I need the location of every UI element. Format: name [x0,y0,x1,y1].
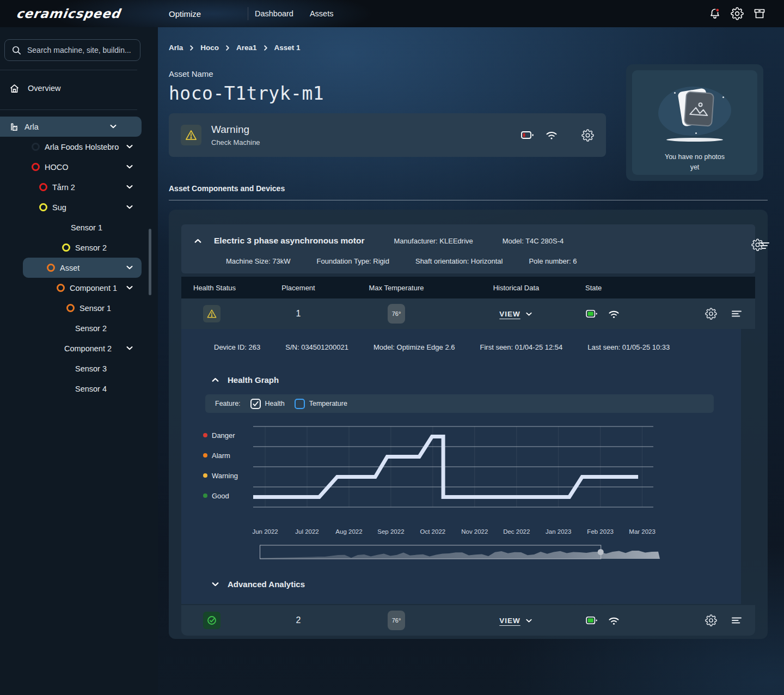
sidebar-item-hoco[interactable]: HOCO [0,157,158,177]
breadcrumb-hoco[interactable]: Hoco [200,44,219,52]
y-category-warning: Warning [203,472,238,480]
sidebar-item-overview[interactable]: Overview [0,76,158,101]
sidebar-item-component-1[interactable]: Component 1 [0,278,158,298]
sidebar-item-c1-sensor-1[interactable]: Sensor 1 [0,298,158,318]
health-warning-icon [203,305,220,322]
filter-lines-icon[interactable] [758,241,770,251]
y-category-good: Good [203,492,229,500]
advanced-analytics-toggle[interactable]: Advanced Analytics [211,580,741,589]
warning-triangle-icon [181,125,201,145]
chevron-down-icon[interactable] [525,617,533,625]
breadcrumb-area1[interactable]: Area1 [236,44,257,52]
archive-box-icon[interactable] [752,7,767,21]
nav-dashboard[interactable]: Dashboard [255,9,293,18]
chart-x-axis-labels: Jun 2022Jul 2022Aug 2022Sep 2022Oct 2022… [253,528,653,537]
x-tick-label: Mar 2023 [623,528,661,535]
settings-gear-icon[interactable] [705,614,717,626]
status-title: Warning [211,124,260,136]
chevron-down-icon[interactable] [109,122,118,131]
x-tick-label: Aug 2022 [330,528,368,535]
chevron-down-icon[interactable] [125,203,134,211]
last-seen-field: Last seen: 01/05-25 10:33 [587,343,670,351]
placement-value: 2 [263,615,334,625]
chevron-down-icon[interactable] [125,142,134,151]
chart-plot-area [253,424,653,511]
foundation-field: Foundation Type: Rigid [317,257,389,265]
sidebar-item-arla[interactable]: Arla [0,117,142,137]
feature-health-checkbox[interactable]: Health [250,399,285,409]
sparkle-dot [674,92,676,94]
feature-temperature-checkbox[interactable]: Temperature [295,399,347,409]
chevron-down-icon[interactable] [525,310,533,318]
breadcrumb: Arla Hoco Area1 Asset 1 [169,27,784,52]
view-historical-data-button[interactable]: VIEW [499,310,520,318]
chevron-down-icon[interactable] [125,263,134,272]
chevron-up-icon[interactable] [193,236,203,246]
feature-label: Feature: [215,400,241,407]
breadcrumb-arla[interactable]: Arla [169,44,183,52]
chevron-down-icon[interactable] [125,162,134,171]
sidebar-item-sug-sensor-2[interactable]: Sensor 2 [0,237,158,258]
component-card: Electric 3 phase asynchronous motor Manu… [169,210,768,639]
health-graph-toggle[interactable]: Health Graph [211,375,741,385]
settings-gear-icon[interactable] [730,7,744,21]
sidebar-item-sug-sensor-1[interactable]: Sensor 1 [0,217,158,237]
y-category-danger: Danger [203,431,235,440]
device-row-1[interactable]: 1 76° VIEW [181,298,755,329]
sidebar-item-arla-foods-holstebro[interactable]: Arla Foods Holstebro [0,137,158,157]
settings-gear-icon[interactable] [705,308,717,320]
chevron-up-icon [211,375,220,385]
device-id-field: Device ID: 263 [214,343,260,351]
status-ring-red-icon [39,183,47,191]
wifi-icon [607,309,621,319]
health-good-icon [203,612,220,629]
overview-label: Overview [28,84,60,93]
topbar: ceramicspeed Optimize Dashboard Assets [0,0,784,27]
col-health-status: Health Status [181,284,263,292]
breadcrumb-asset-1[interactable]: Asset 1 [274,44,301,52]
chevron-right-icon [224,45,231,51]
section-divider [169,200,768,200]
battery-good-icon [585,615,598,625]
nav-assets[interactable]: Assets [310,9,334,18]
machine-status-card: Warning Check Machine [169,113,606,157]
sidebar-item-sug[interactable]: Sug [0,197,158,217]
sidebar-item-tarn-2[interactable]: Tårn 2 [0,177,158,197]
view-historical-data-button[interactable]: VIEW [499,617,520,625]
device-row-2[interactable]: 2 76° VIEW [181,605,755,636]
filter-lines-icon[interactable] [731,309,742,318]
sidebar-item-component-2[interactable]: Component 2 [0,338,158,358]
device-table-header: Health Status Placement Max Temperature … [181,277,755,298]
chevron-down-icon [211,580,220,589]
sidebar-item-sensor-3[interactable]: Sensor 3 [0,358,158,379]
filter-lines-icon[interactable] [731,616,742,625]
chevron-down-icon[interactable] [125,283,134,292]
status-ring-orange-icon [66,304,75,312]
sidebar-scrollbar[interactable] [149,229,151,295]
status-subtitle: Check Machine [211,138,260,147]
photo-placeholder-icon [684,91,714,126]
x-tick-label: Jan 2023 [540,528,578,535]
max-temperature-badge: 76° [388,304,405,324]
chart-y-category-labels: DangerAlarmWarningGood [203,424,253,511]
x-tick-label: Jun 2022 [246,528,284,535]
sidebar-item-asset[interactable]: Asset [0,258,158,278]
component-header: Electric 3 phase asynchronous motor Manu… [181,224,755,273]
notifications-bell-icon[interactable] [708,7,722,21]
search-input[interactable] [27,46,133,54]
chevron-down-icon[interactable] [125,344,134,352]
topbar-divider [248,7,248,20]
status-ring-icon [32,143,40,151]
status-ring-red-icon [32,163,40,171]
chevron-down-icon[interactable] [125,182,134,191]
status-ring-orange-icon [47,264,55,272]
manufacturer-field: Manufacturer: KLEEdrive [394,237,473,245]
settings-gear-icon[interactable] [581,129,594,142]
factory-icon [9,121,20,132]
photos-empty-state: You have no photos yet [632,70,757,175]
sidebar-item-sensor-4[interactable]: Sensor 4 [0,379,158,399]
search-box[interactable] [4,39,140,61]
chart-range-scrubber[interactable] [260,545,660,560]
sidebar-item-c1-sensor-2[interactable]: Sensor 2 [0,318,158,338]
sidebar-divider [0,109,137,110]
